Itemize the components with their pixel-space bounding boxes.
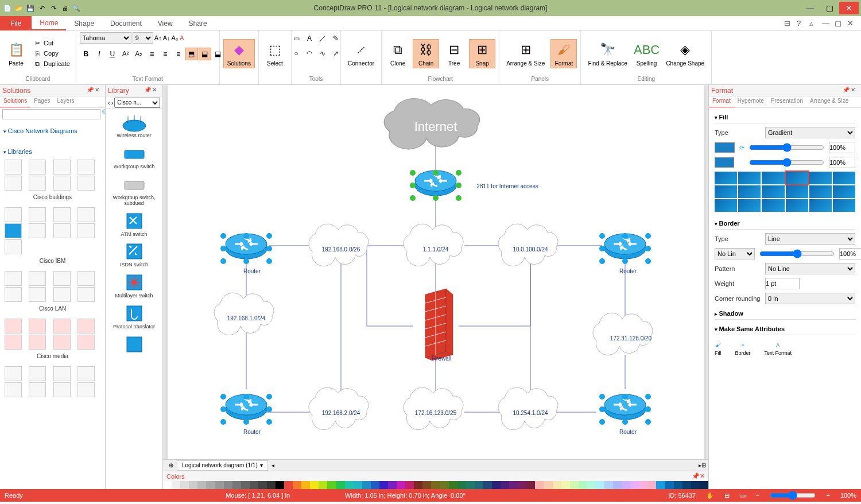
fill-opacity2[interactable]: [749, 157, 824, 168]
color-swatch[interactable]: [526, 481, 535, 489]
border-type-select[interactable]: Line: [765, 233, 855, 245]
paste-button[interactable]: 📋 Paste: [3, 40, 29, 68]
same-attrs-section[interactable]: Make Same Attributes: [715, 323, 855, 335]
tab-share[interactable]: Share: [181, 16, 215, 30]
color-swatch[interactable]: [388, 481, 397, 489]
border-style[interactable]: No Lin: [715, 248, 755, 259]
color-swatch[interactable]: [613, 481, 622, 489]
tree-cisco[interactable]: Cisco Network Diagrams: [2, 125, 103, 137]
lib-prev-icon[interactable]: ‹: [108, 99, 110, 106]
color-swatch[interactable]: [250, 481, 258, 489]
color-swatch[interactable]: [431, 481, 440, 489]
lib-item-workgroup-switch[interactable]: Workgroup switch: [108, 142, 160, 170]
solutions-button[interactable]: ◆ Solutions: [223, 39, 255, 68]
font-dec-icon[interactable]: A↓: [163, 34, 170, 41]
qat-search-icon[interactable]: 🔍: [71, 3, 82, 13]
color-swatch[interactable]: [189, 481, 197, 489]
fontsize-select[interactable]: 9: [133, 32, 153, 44]
color-swatch[interactable]: [163, 481, 172, 489]
qat-save-icon[interactable]: 💾: [25, 3, 36, 13]
qat-new-icon[interactable]: 📄: [2, 3, 13, 13]
cloud-7[interactable]: [404, 387, 463, 430]
color-swatch[interactable]: [579, 481, 587, 489]
curve-tool[interactable]: ∿: [316, 47, 329, 60]
cloud-2[interactable]: [404, 224, 463, 266]
text-tool[interactable]: A: [303, 32, 316, 45]
pencil-tool[interactable]: ✎: [329, 32, 342, 45]
color-swatch[interactable]: [457, 481, 466, 489]
color-swatch[interactable]: [232, 481, 241, 489]
color-swatch[interactable]: [345, 481, 354, 489]
color-swatch[interactable]: [397, 481, 405, 489]
fmt-tab-arrange[interactable]: Arrange & Size: [806, 96, 852, 107]
color-swatch[interactable]: [301, 481, 310, 489]
scroll-left-icon[interactable]: ◂: [268, 462, 278, 468]
bold-button[interactable]: B: [80, 48, 92, 60]
close-panel-icon[interactable]: ✕: [851, 87, 859, 95]
same-border[interactable]: ≡Border: [735, 342, 751, 356]
router-left[interactable]: [220, 233, 272, 264]
router-bl[interactable]: [220, 394, 272, 425]
tree-libraries[interactable]: Libraries: [2, 146, 103, 157]
tab-document[interactable]: Document: [102, 16, 150, 30]
tab-view[interactable]: View: [150, 16, 181, 30]
rect-tool[interactable]: ▭: [290, 32, 302, 45]
subscript-button[interactable]: A₂: [133, 48, 145, 60]
close-button[interactable]: ✕: [839, 2, 859, 14]
align-left-button[interactable]: ≡: [146, 48, 158, 60]
window-min-icon[interactable]: ▵: [809, 19, 819, 28]
color-swatch[interactable]: [639, 481, 647, 489]
fmt-tab-hypernote[interactable]: Hypernote: [734, 96, 767, 107]
fill-opacity1[interactable]: [749, 142, 824, 153]
tab-layers[interactable]: Layers: [54, 96, 78, 107]
align-right-button[interactable]: ≡: [172, 48, 185, 60]
color-swatch[interactable]: [700, 481, 708, 489]
help-icon[interactable]: ?: [797, 19, 806, 28]
maximize-button[interactable]: ▢: [820, 2, 839, 14]
color-swatch[interactable]: [604, 481, 613, 489]
color-swatch[interactable]: [553, 481, 561, 489]
color-swatch[interactable]: [206, 481, 215, 489]
duplicate-button[interactable]: ⧉Duplicate: [31, 59, 72, 68]
color-swatch[interactable]: [656, 481, 665, 489]
color-swatch[interactable]: [405, 481, 414, 489]
font-clear-icon[interactable]: Aₓ: [172, 34, 179, 42]
fmt-tab-presentation[interactable]: Presentation: [767, 96, 806, 107]
zoom-slider[interactable]: [770, 491, 816, 500]
color-swatch[interactable]: [284, 481, 293, 489]
arrange-button[interactable]: ⊞Arrange & Size: [503, 40, 548, 68]
qat-print-icon[interactable]: 🖨: [60, 3, 70, 13]
color-swatch[interactable]: [535, 481, 544, 489]
color-swatch[interactable]: [691, 481, 700, 489]
color-swatch[interactable]: [561, 481, 570, 489]
window-max-icon[interactable]: ▢: [835, 19, 844, 28]
cloud-6[interactable]: [309, 387, 369, 430]
valign-mid-button[interactable]: ⬓: [199, 48, 211, 60]
router-internet[interactable]: [410, 170, 461, 201]
color-swatch[interactable]: [449, 481, 457, 489]
router-br[interactable]: [599, 394, 651, 425]
color-swatch[interactable]: [258, 481, 267, 489]
arc-tool[interactable]: ◠: [303, 47, 316, 60]
cloud-5[interactable]: [593, 313, 653, 355]
color-swatch[interactable]: [215, 481, 223, 489]
color-swatch[interactable]: [544, 481, 552, 489]
fill-type-select[interactable]: Gradient: [765, 127, 855, 138]
fill-opacity2-val[interactable]: [829, 157, 855, 168]
underline-button[interactable]: U: [106, 48, 119, 60]
fill-color1[interactable]: [715, 142, 735, 153]
clone-button[interactable]: ⧉Clone: [385, 40, 410, 68]
swap-icon[interactable]: ⟳: [739, 144, 744, 152]
lib-item-isdn-switch[interactable]: ISDN switch: [108, 241, 160, 268]
color-swatch[interactable]: [224, 481, 232, 489]
color-swatch[interactable]: [414, 481, 422, 489]
color-swatch[interactable]: [596, 481, 604, 489]
lib-item-workgroup-switch-subdued[interactable]: Workgroup switch, subdued: [108, 173, 160, 207]
color-swatch[interactable]: [379, 481, 388, 489]
tab-solutions[interactable]: Solutions: [0, 96, 30, 107]
firewall[interactable]: [425, 289, 453, 360]
close-panel-icon[interactable]: ✕: [700, 472, 705, 480]
solutions-search[interactable]: [2, 109, 100, 119]
cloud-1[interactable]: [309, 224, 369, 266]
line-tool[interactable]: ／: [316, 32, 329, 45]
